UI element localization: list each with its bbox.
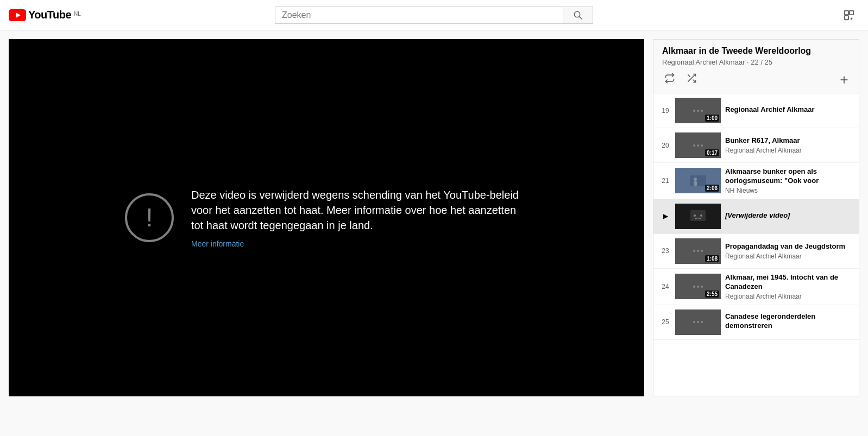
playlist-items: 19 1:00 Regionaal Archief Alkmaar 20 0:1… — [653, 93, 859, 340]
item-duration: 2:55 — [705, 290, 719, 298]
item-channel: Regionaal Archief Alkmaar — [725, 147, 852, 154]
add-playlist-icon — [838, 74, 850, 86]
item-title: Bunker R617, Alkmaar — [725, 136, 852, 146]
loop-icon — [664, 73, 675, 84]
playlist-item[interactable]: 19 1:00 Regionaal Archief Alkmaar — [653, 93, 859, 128]
item-info: Alkmaar, mei 1945. Intocht van de Canade… — [725, 273, 852, 300]
locale-indicator: NL — [74, 11, 81, 17]
item-title-removed: [Verwijderde video] — [725, 211, 852, 220]
playlist-item-active[interactable]: ▶ [Verwijderde video] — [653, 199, 859, 234]
playlist-meta: Regionaal Archief Alkmaar · 22 / 25 — [662, 58, 850, 66]
item-duration: 1:00 — [705, 115, 719, 122]
item-info: Canadese legeronderdelen demonstreren — [725, 312, 852, 332]
svg-rect-15 — [690, 175, 706, 186]
upload-icon — [843, 9, 855, 21]
item-info: [Verwijderde video] — [725, 211, 852, 222]
item-number: 24 — [660, 283, 671, 290]
svg-point-2 — [574, 11, 580, 17]
upload-button[interactable] — [839, 5, 859, 26]
youtube-wordmark: YouTube — [28, 9, 71, 21]
shuffle-button[interactable] — [684, 71, 699, 89]
item-duration: 1:08 — [705, 255, 719, 262]
svg-line-11 — [688, 74, 690, 77]
item-thumbnail: 0:17 — [675, 132, 721, 158]
playlist-sidebar: Alkmaar in de Tweede Wereldoorlog Region… — [653, 39, 859, 396]
header-right — [839, 5, 859, 26]
item-info: Propagandadag van de Jeugdstorm Regionaa… — [725, 242, 852, 260]
search-input[interactable] — [275, 7, 563, 24]
item-number: 25 — [660, 318, 671, 326]
video-player: ! Deze video is verwijderd wegens schend… — [9, 39, 644, 396]
error-message: Deze video is verwijderd wegens schendin… — [191, 187, 528, 233]
main-content: ! Deze video is verwijderd wegens schend… — [0, 30, 868, 405]
item-number: 23 — [660, 247, 671, 255]
item-number: 20 — [660, 142, 671, 149]
playlist-item[interactable]: 25 Canadese legeronderdelen demonstreren — [653, 305, 859, 340]
search-icon — [573, 10, 583, 20]
item-channel: Regionaal Archief Alkmaar — [725, 252, 852, 260]
svg-rect-19 — [690, 210, 706, 221]
svg-point-21 — [700, 214, 702, 217]
playlist-header: Alkmaar in de Tweede Wereldoorlog Region… — [653, 40, 859, 93]
item-channel: NH Nieuws — [725, 187, 852, 194]
search-button[interactable] — [563, 7, 593, 24]
item-title: Alkmaar, mei 1945. Intocht van de Canade… — [725, 273, 852, 292]
svg-point-20 — [694, 214, 696, 217]
svg-line-3 — [579, 16, 582, 19]
svg-rect-17 — [694, 181, 697, 186]
item-duration: 2:06 — [705, 185, 719, 192]
item-number: 19 — [660, 107, 671, 115]
item-thumbnail — [675, 309, 721, 335]
removed-video-icon — [686, 207, 710, 225]
item-info: Alkmaarse bunker open als oorlogsmuseum:… — [725, 167, 852, 194]
youtube-logo-icon — [9, 9, 26, 21]
logo-area[interactable]: YouTube NL — [9, 9, 81, 21]
error-text-area: Deze video is verwijderd wegens schendin… — [191, 187, 528, 248]
item-title: Canadese legeronderdelen demonstreren — [725, 312, 852, 331]
item-thumbnail: 1:00 — [675, 98, 721, 123]
now-playing-icon: ▶ — [660, 212, 671, 220]
item-title: Alkmaarse bunker open als oorlogsmuseum:… — [725, 167, 852, 186]
error-icon: ! — [125, 193, 174, 242]
svg-rect-4 — [845, 10, 848, 14]
search-area — [275, 7, 593, 24]
add-to-playlist-button[interactable] — [838, 74, 850, 86]
item-thumbnail: 1:08 — [675, 238, 721, 264]
playlist-item[interactable]: 23 1:08 Propagandadag van de Jeugdstorm … — [653, 234, 859, 269]
item-thumbnail: 2:55 — [675, 274, 721, 299]
item-thumbnail — [675, 204, 721, 229]
item-info: Bunker R617, Alkmaar Regionaal Archief A… — [725, 136, 852, 154]
svg-rect-5 — [850, 10, 853, 14]
svg-rect-6 — [845, 15, 848, 19]
video-section: ! Deze video is verwijderd wegens schend… — [9, 39, 644, 396]
shuffle-icon — [686, 73, 697, 84]
item-thumbnail: 2:06 — [675, 168, 721, 193]
playlist-item[interactable]: 21 2:06 Alkmaarse bunker open als oorlog… — [653, 163, 859, 199]
item-duration: 0:17 — [705, 149, 719, 156]
item-title: Propagandadag van de Jeugdstorm — [725, 242, 852, 251]
exclamation-mark: ! — [146, 205, 153, 231]
item-number: 21 — [660, 177, 671, 185]
header: YouTube NL — [0, 0, 868, 30]
item-title: Regionaal Archief Alkmaar — [725, 105, 852, 115]
item-info: Regionaal Archief Alkmaar — [725, 105, 852, 116]
error-more-info-link[interactable]: Meer informatie — [191, 239, 244, 248]
playlist-controls — [662, 71, 850, 89]
playlist-title: Alkmaar in de Tweede Wereldoorlog — [662, 46, 850, 56]
loop-button[interactable] — [662, 71, 677, 89]
error-content: ! Deze video is verwijderd wegens schend… — [103, 166, 550, 270]
playlist-item[interactable]: 24 2:55 Alkmaar, mei 1945. Intocht van d… — [653, 269, 859, 305]
item-channel: Regionaal Archief Alkmaar — [725, 293, 852, 300]
playlist-item[interactable]: 20 0:17 Bunker R617, Alkmaar Regionaal A… — [653, 128, 859, 163]
svg-point-16 — [694, 178, 697, 181]
